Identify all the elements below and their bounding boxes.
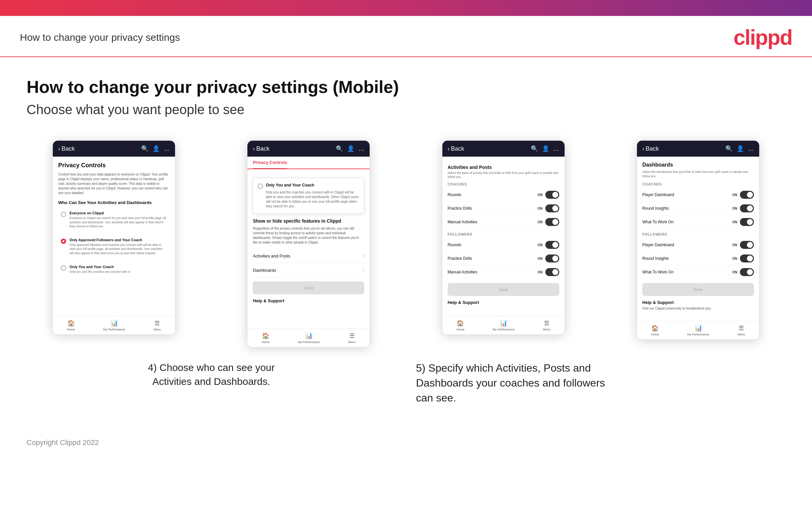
toggle-followers-rounds[interactable] (545, 241, 559, 249)
top-bar (0, 0, 812, 16)
privacy-controls-title-1: Privacy Controls (58, 162, 170, 169)
bottom-home-3[interactable]: 🏠 Home (456, 320, 464, 331)
followers-manual: Manual Activities ON (448, 266, 559, 279)
bottom-menu-1[interactable]: ☰ Menu (153, 320, 161, 331)
menu-dashboards[interactable]: Dashboards › (253, 263, 364, 277)
followers-practice: Practice Drills ON (448, 252, 559, 266)
back-button-1[interactable]: ‹ Back (58, 145, 75, 152)
bottom-menu-3[interactable]: ☰ Menu (543, 320, 551, 331)
toggle-followers-round-insights[interactable] (740, 255, 754, 263)
more-icon-1[interactable]: … (164, 145, 170, 152)
logo: clippd (733, 25, 792, 50)
bottom-performance-4[interactable]: 📊 My Performance (688, 325, 709, 336)
phone-bottom-nav-1: 🏠 Home 📊 My Performance ☰ Menu (53, 316, 175, 334)
main-content: How to change your privacy settings (Mob… (0, 57, 812, 425)
performance-icon-1: 📊 (111, 320, 118, 327)
profile-icon-3[interactable]: 👤 (542, 145, 549, 152)
activities-posts-title: Activities and Posts (448, 165, 559, 170)
profile-icon-4[interactable]: 👤 (737, 145, 744, 152)
phone-screen-3: ‹ Back 🔍 👤 … Activities and Posts Select… (442, 140, 565, 335)
save-button-2[interactable]: Save (253, 281, 364, 294)
bottom-menu-4[interactable]: ☰ Menu (738, 325, 745, 336)
menu-activities-posts[interactable]: Activities and Posts › (253, 249, 364, 263)
bottom-performance-1[interactable]: 📊 My Performance (103, 320, 125, 331)
search-icon-1[interactable]: 🔍 (141, 145, 148, 152)
option-approved-followers[interactable]: Only Approved Followers and Your Coach O… (58, 235, 170, 258)
menu-icon-2: ☰ (349, 332, 355, 339)
toggle-followers-what-to-work[interactable] (740, 268, 754, 276)
toggle-coaches-what-to-work[interactable] (740, 218, 754, 226)
tab-privacy-controls[interactable]: Privacy Controls (253, 157, 287, 169)
back-button-3[interactable]: ‹ Back (448, 145, 464, 152)
option-only-you[interactable]: Only You and Your Coach Only you and the… (58, 262, 170, 277)
phone-content-4: Dashboards Select the dashboards that yo… (637, 157, 759, 321)
toggle-coaches-practice[interactable] (545, 205, 559, 212)
search-icon-2[interactable]: 🔍 (336, 145, 343, 152)
save-button-4[interactable]: Save (642, 283, 754, 296)
help-section-3: Help & Support (448, 300, 559, 305)
activities-posts-subtitle: Select the types of activity that you'd … (448, 171, 559, 179)
toggle-coaches-manual[interactable] (545, 218, 559, 226)
more-icon-3[interactable]: … (553, 145, 559, 152)
page-title: How to change your privacy settings (Mob… (27, 77, 785, 97)
bottom-home-1[interactable]: 🏠 Home (67, 320, 75, 331)
home-icon-2: 🏠 (262, 332, 269, 339)
feature-section-title: Show or hide specific features in Clippd (253, 218, 364, 224)
performance-icon-3: 📊 (500, 320, 507, 327)
performance-icon-4: 📊 (695, 325, 702, 332)
toggle-coaches-player-dash[interactable] (740, 191, 754, 199)
bottom-performance-2[interactable]: 📊 My Performance (298, 332, 320, 344)
followers-what-to-work: What To Work On ON (642, 266, 754, 279)
home-icon-3: 🏠 (457, 320, 464, 327)
phone-screen-2: ‹ Back 🔍 👤 … Privacy Controls (247, 140, 370, 347)
option-everyone[interactable]: Everyone on Clippd Everyone on Clippd ca… (58, 208, 170, 231)
toggle-followers-player-dash[interactable] (740, 241, 754, 249)
phone-nav-2: ‹ Back 🔍 👤 … (247, 141, 370, 157)
arrow-icon-activities: › (363, 253, 364, 259)
footer: Copyright Clippd 2022 (0, 425, 812, 460)
radio-approved[interactable] (61, 238, 66, 244)
coaches-label-3: COACHES (448, 182, 559, 186)
toggle-followers-practice[interactable] (545, 255, 559, 263)
menu-icon-3: ☰ (544, 320, 549, 327)
toggle-followers-manual[interactable] (545, 268, 559, 276)
help-section-2: Help & Support (253, 298, 364, 303)
followers-player-dashboard: Player Dashboard ON (642, 238, 754, 252)
bottom-performance-3[interactable]: 📊 My Performance (493, 320, 514, 331)
more-icon-2[interactable]: … (358, 145, 364, 152)
arrow-icon-dashboards: › (363, 267, 364, 273)
screenshot-group-4: ‹ Back 🔍 👤 … Dashboards Select the dashb… (611, 140, 785, 340)
search-icon-3[interactable]: 🔍 (531, 145, 538, 152)
captions-row: 4) Choose who can see your Activities an… (27, 351, 785, 405)
search-icon-4[interactable]: 🔍 (725, 145, 732, 152)
profile-icon-1[interactable]: 👤 (152, 145, 160, 152)
copyright: Copyright Clippd 2022 (27, 438, 99, 447)
menu-icon-4: ☰ (739, 325, 744, 332)
phone-nav-3: ‹ Back 🔍 👤 … (442, 141, 565, 157)
toggle-coaches-round-insights[interactable] (740, 205, 754, 212)
toggle-coaches-rounds[interactable] (545, 191, 559, 199)
radio-everyone[interactable] (61, 212, 66, 217)
followers-label-3: FOLLOWERS (448, 232, 559, 236)
home-icon-4: 🏠 (651, 325, 659, 332)
radio-only-you[interactable] (61, 266, 66, 271)
dashboards-title: Dashboards (642, 162, 754, 168)
bottom-home-2[interactable]: 🏠 Home (262, 332, 270, 344)
privacy-description-1: Control how you and your data appears to… (58, 172, 170, 195)
back-button-4[interactable]: ‹ Back (642, 145, 659, 152)
who-can-see-title: Who Can See Your Activities and Dashboar… (58, 200, 170, 205)
back-button-2[interactable]: ‹ Back (253, 145, 269, 152)
screenshot-group-2: ‹ Back 🔍 👤 … Privacy Controls (221, 140, 396, 347)
coaches-round-insights: Round Insights ON (642, 202, 754, 215)
bottom-menu-2[interactable]: ☰ Menu (348, 332, 356, 344)
home-icon-1: 🏠 (67, 320, 75, 327)
phone-screen-4: ‹ Back 🔍 👤 … Dashboards Select the dashb… (637, 140, 760, 340)
profile-icon-2[interactable]: 👤 (347, 145, 354, 152)
more-icon-4[interactable]: … (748, 145, 754, 152)
phone-content-1: Privacy Controls Control how you and you… (53, 157, 175, 316)
coaches-player-dashboard: Player Dashboard ON (642, 188, 754, 202)
save-button-3[interactable]: Save (448, 283, 559, 296)
bottom-home-4[interactable]: 🏠 Home (651, 325, 659, 336)
screenshots-row: ‹ Back 🔍 👤 … Privacy Controls Control ho… (27, 140, 785, 347)
coaches-what-to-work: What To Work On ON (642, 215, 754, 229)
